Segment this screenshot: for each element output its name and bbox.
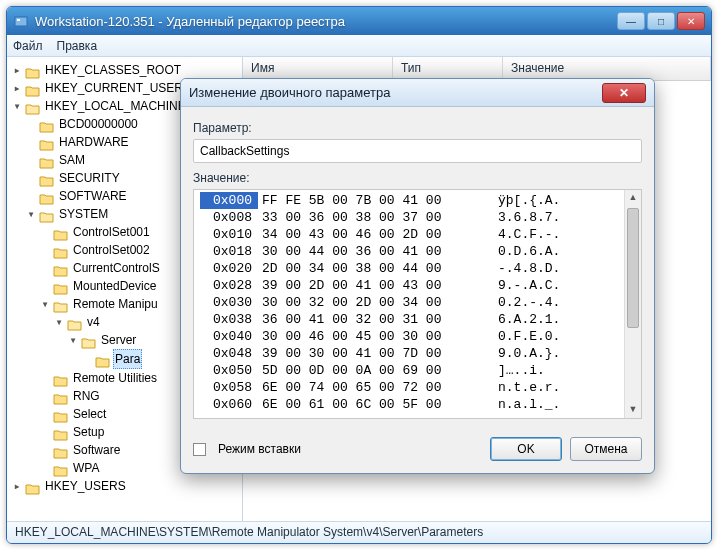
scroll-up-icon[interactable]: ▲ — [628, 192, 638, 204]
hex-ascii[interactable]: 0.D.6.A. — [488, 243, 560, 260]
hex-ascii[interactable]: 6.A.2.1. — [488, 311, 560, 328]
dialog-close-button[interactable]: ✕ — [602, 83, 646, 103]
folder-icon — [39, 189, 55, 203]
ok-button[interactable]: OK — [490, 437, 562, 461]
hex-ascii[interactable]: 3.6.8.7. — [488, 209, 560, 226]
tree-item-label: HKEY_LOCAL_MACHINE — [43, 97, 188, 115]
hex-scrollbar[interactable]: ▲ ▼ — [624, 190, 641, 418]
hex-bytes[interactable]: 2D 00 34 00 38 00 44 00 — [258, 260, 488, 277]
hex-row[interactable]: 0x04030 00 46 00 45 00 30 000.F.E.0. — [200, 328, 618, 345]
hex-row[interactable]: 0x0505D 00 0D 00 0A 00 69 00]…..i. — [200, 362, 618, 379]
hex-row[interactable]: 0x0606E 00 61 00 6C 00 5F 00n.a.l._. — [200, 396, 618, 413]
hex-bytes[interactable]: 6E 00 74 00 65 00 72 00 — [258, 379, 488, 396]
tree-item-label: SOFTWARE — [57, 187, 129, 205]
minimize-button[interactable]: — — [617, 12, 645, 30]
hex-row[interactable]: 0x0586E 00 74 00 65 00 72 00n.t.e.r. — [200, 379, 618, 396]
tree-item-label: Para — [113, 349, 142, 369]
hex-offset: 0x050 — [200, 362, 258, 379]
hex-ascii[interactable]: -.4.8.D. — [488, 260, 560, 277]
folder-icon — [39, 117, 55, 131]
scroll-down-icon[interactable]: ▼ — [628, 404, 638, 416]
hex-offset: 0x038 — [200, 311, 258, 328]
hex-bytes[interactable]: 36 00 41 00 32 00 31 00 — [258, 311, 488, 328]
hex-row[interactable]: 0x000FF FE 5B 00 7B 00 41 00ÿþ[.{.A. — [200, 192, 618, 209]
hex-bytes[interactable]: 30 00 46 00 45 00 30 00 — [258, 328, 488, 345]
folder-icon — [25, 63, 41, 77]
hex-bytes[interactable]: FF FE 5B 00 7B 00 41 00 — [258, 192, 488, 209]
window-title: Workstation-120.351 - Удаленный редактор… — [35, 14, 617, 29]
hex-offset: 0x018 — [200, 243, 258, 260]
hex-ascii[interactable]: 9.-.A.C. — [488, 277, 560, 294]
hex-bytes[interactable]: 6E 00 61 00 6C 00 5F 00 — [258, 396, 488, 413]
hex-bytes[interactable]: 34 00 43 00 46 00 2D 00 — [258, 226, 488, 243]
hex-row[interactable]: 0x00833 00 36 00 38 00 37 003.6.8.7. — [200, 209, 618, 226]
titlebar[interactable]: Workstation-120.351 - Удаленный редактор… — [7, 7, 711, 35]
hex-row[interactable]: 0x01830 00 44 00 36 00 41 000.D.6.A. — [200, 243, 618, 260]
hex-row[interactable]: 0x03030 00 32 00 2D 00 34 000.2.-.4. — [200, 294, 618, 311]
hex-bytes[interactable]: 39 00 2D 00 41 00 43 00 — [258, 277, 488, 294]
tree-item-label: ControlSet002 — [71, 241, 152, 259]
folder-icon — [67, 315, 83, 329]
tree-twisty-icon[interactable]: ▾ — [25, 205, 37, 223]
folder-icon — [39, 153, 55, 167]
hex-ascii[interactable]: 0.2.-.4. — [488, 294, 560, 311]
hex-bytes[interactable]: 30 00 32 00 2D 00 34 00 — [258, 294, 488, 311]
folder-icon — [53, 461, 69, 475]
scroll-thumb[interactable] — [627, 208, 639, 328]
tree-item-label: Remote Utilities — [71, 369, 159, 387]
tree-twisty-icon[interactable]: ▾ — [39, 295, 51, 313]
folder-icon — [53, 443, 69, 457]
menubar: Файл Правка — [7, 35, 711, 57]
tree-item-label: Server — [99, 331, 138, 349]
hex-row[interactable]: 0x02839 00 2D 00 41 00 43 009.-.A.C. — [200, 277, 618, 294]
hex-ascii[interactable]: n.t.e.r. — [488, 379, 560, 396]
tree-twisty-icon[interactable]: ▸ — [11, 477, 23, 495]
hex-bytes[interactable]: 5D 00 0D 00 0A 00 69 00 — [258, 362, 488, 379]
col-value[interactable]: Значение — [503, 57, 711, 80]
maximize-button[interactable]: □ — [647, 12, 675, 30]
tree-item[interactable]: ▸HKEY_USERS — [11, 477, 240, 495]
hex-offset: 0x010 — [200, 226, 258, 243]
hex-offset: 0x030 — [200, 294, 258, 311]
hex-ascii[interactable]: 0.F.E.0. — [488, 328, 560, 345]
param-name-field[interactable]: CallbackSettings — [193, 139, 642, 163]
hex-ascii[interactable]: ]…..i. — [488, 362, 545, 379]
folder-icon — [53, 279, 69, 293]
folder-icon — [25, 81, 41, 95]
hex-row[interactable]: 0x03836 00 41 00 32 00 31 006.A.2.1. — [200, 311, 618, 328]
folder-icon — [53, 225, 69, 239]
menu-edit[interactable]: Правка — [57, 39, 98, 53]
edit-binary-dialog: Изменение двоичного параметра ✕ Параметр… — [180, 78, 655, 474]
folder-icon — [53, 425, 69, 439]
tree-twisty-icon[interactable]: ▾ — [11, 97, 23, 115]
tree-twisty-icon[interactable]: ▸ — [11, 61, 23, 79]
hex-bytes[interactable]: 39 00 30 00 41 00 7D 00 — [258, 345, 488, 362]
hex-editor[interactable]: 0x000FF FE 5B 00 7B 00 41 00ÿþ[.{.A.0x00… — [193, 189, 642, 419]
tree-item-label: ControlSet001 — [71, 223, 152, 241]
tree-item[interactable]: ▸HKEY_CLASSES_ROOT — [11, 61, 240, 79]
hex-ascii[interactable]: 9.0.A.}. — [488, 345, 560, 362]
insert-mode-checkbox[interactable] — [193, 443, 206, 456]
hex-bytes[interactable]: 33 00 36 00 38 00 37 00 — [258, 209, 488, 226]
statusbar: HKEY_LOCAL_MACHINE\SYSTEM\Remote Manipul… — [7, 521, 711, 543]
tree-twisty-icon[interactable]: ▸ — [11, 79, 23, 97]
folder-icon — [39, 207, 55, 221]
tree-twisty-icon[interactable]: ▾ — [53, 313, 65, 331]
dialog-titlebar[interactable]: Изменение двоичного параметра ✕ — [181, 79, 654, 107]
col-name[interactable]: Имя — [243, 57, 393, 80]
insert-mode-label[interactable]: Режим вставки — [218, 442, 301, 456]
cancel-button[interactable]: Отмена — [570, 437, 642, 461]
hex-ascii[interactable]: 4.C.F.-. — [488, 226, 560, 243]
hex-ascii[interactable]: ÿþ[.{.A. — [488, 192, 560, 209]
menu-file[interactable]: Файл — [13, 39, 43, 53]
hex-ascii[interactable]: n.a.l._. — [488, 396, 560, 413]
hex-row[interactable]: 0x0202D 00 34 00 38 00 44 00-.4.8.D. — [200, 260, 618, 277]
value-label: Значение: — [193, 171, 642, 185]
close-button[interactable]: ✕ — [677, 12, 705, 30]
col-type[interactable]: Тип — [393, 57, 503, 80]
tree-twisty-icon[interactable]: ▾ — [67, 331, 79, 349]
hex-row[interactable]: 0x01034 00 43 00 46 00 2D 004.C.F.-. — [200, 226, 618, 243]
hex-row[interactable]: 0x04839 00 30 00 41 00 7D 009.0.A.}. — [200, 345, 618, 362]
dialog-title: Изменение двоичного параметра — [189, 85, 602, 100]
hex-bytes[interactable]: 30 00 44 00 36 00 41 00 — [258, 243, 488, 260]
